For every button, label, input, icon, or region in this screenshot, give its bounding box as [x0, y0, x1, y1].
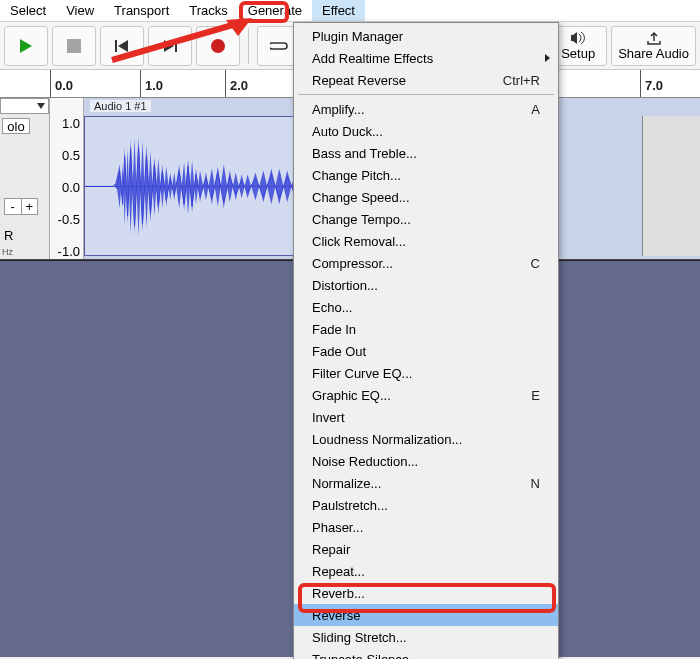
menu-effect-filter-curve-eq[interactable]: Filter Curve EQ...: [294, 362, 558, 384]
empty-track-area[interactable]: [642, 116, 700, 256]
ruler-tick: 7.0: [645, 78, 663, 93]
hz-label: Hz: [2, 247, 13, 257]
stop-icon: [67, 39, 81, 53]
menu-effect-loudness-normalization[interactable]: Loudness Normalization...: [294, 428, 558, 450]
vscale-tick: 0.0: [52, 180, 80, 195]
menu-effect-fade-in[interactable]: Fade In: [294, 318, 558, 340]
menu-effect-click-removal[interactable]: Click Removal...: [294, 230, 558, 252]
menu-effect-paulstretch[interactable]: Paulstretch...: [294, 494, 558, 516]
shortcut-label: N: [531, 476, 540, 491]
share-audio-button[interactable]: Share Audio: [611, 26, 696, 66]
menu-effect-change-speed[interactable]: Change Speed...: [294, 186, 558, 208]
clip-title[interactable]: Audio 1 #1: [90, 100, 151, 112]
ruler-tick: 0.0: [55, 78, 73, 93]
menu-effect-auto-duck[interactable]: Auto Duck...: [294, 120, 558, 142]
ruler-tick: 2.0: [230, 78, 248, 93]
menu-add-realtime-effects[interactable]: Add Realtime Effects: [294, 47, 558, 69]
menu-plugin-manager[interactable]: Plugin Manager: [294, 25, 558, 47]
menu-effect-repeat[interactable]: Repeat...: [294, 560, 558, 582]
menu-effect-reverb[interactable]: Reverb...: [294, 582, 558, 604]
vscale-tick: -1.0: [52, 244, 80, 259]
track-collapse[interactable]: -: [5, 199, 22, 214]
play-button[interactable]: [4, 26, 48, 66]
menu-effect-amplify[interactable]: Amplify...A: [294, 98, 558, 120]
share-icon: [646, 31, 662, 45]
submenu-arrow-icon: [545, 54, 550, 62]
menu-effect-truncate-silence[interactable]: Truncate Silence...: [294, 648, 558, 659]
chevron-down-icon: [37, 103, 45, 109]
menu-effect-invert[interactable]: Invert: [294, 406, 558, 428]
loop-icon: [270, 39, 288, 53]
menu-effect-reverse[interactable]: Reverse: [294, 604, 558, 626]
shortcut-label: E: [531, 388, 540, 403]
shortcut-label: Ctrl+R: [503, 73, 540, 88]
svg-rect-1: [67, 39, 81, 53]
menu-effect-repair[interactable]: Repair: [294, 538, 558, 560]
svg-line-8: [112, 24, 236, 60]
vertical-scale[interactable]: 1.0 0.5 0.0 -0.5 -1.0: [50, 98, 84, 259]
menu-effect-echo[interactable]: Echo...: [294, 296, 558, 318]
menu-effect-fade-out[interactable]: Fade Out: [294, 340, 558, 362]
ruler-tick: 1.0: [145, 78, 163, 93]
menu-effect-bass-and-treble[interactable]: Bass and Treble...: [294, 142, 558, 164]
menu-effect-compressor[interactable]: Compressor...C: [294, 252, 558, 274]
menu-select[interactable]: Select: [0, 0, 56, 21]
svg-marker-0: [20, 39, 32, 53]
track-expand[interactable]: +: [22, 199, 38, 214]
menu-effect-normalize[interactable]: Normalize...N: [294, 472, 558, 494]
solo-button[interactable]: olo: [2, 118, 30, 134]
annotation-arrow-icon: [104, 18, 264, 66]
audio-clip[interactable]: [84, 116, 316, 256]
menu-effect[interactable]: Effect: [312, 0, 365, 21]
waveform-icon: [85, 117, 315, 256]
channel-indicator: R: [4, 228, 13, 243]
vscale-tick: 0.5: [52, 148, 80, 163]
setup-icon: [570, 31, 586, 45]
svg-marker-7: [37, 103, 45, 109]
vscale-tick: -0.5: [52, 212, 80, 227]
shortcut-label: C: [531, 256, 540, 271]
track-control-panel[interactable]: olo - + R Hz: [0, 98, 50, 259]
menu-separator: [298, 94, 554, 95]
vscale-tick: 1.0: [52, 116, 80, 131]
setup-label: Setup: [561, 46, 595, 61]
track-dropdown[interactable]: [0, 98, 49, 114]
track-pm[interactable]: - +: [4, 198, 38, 215]
menu-effect-change-tempo[interactable]: Change Tempo...: [294, 208, 558, 230]
menu-effect-change-pitch[interactable]: Change Pitch...: [294, 164, 558, 186]
stop-button[interactable]: [52, 26, 96, 66]
menu-effect-distortion[interactable]: Distortion...: [294, 274, 558, 296]
shortcut-label: A: [531, 102, 540, 117]
menu-effect-graphic-eq[interactable]: Graphic EQ...E: [294, 384, 558, 406]
menu-effect-sliding-stretch[interactable]: Sliding Stretch...: [294, 626, 558, 648]
menu-view[interactable]: View: [56, 0, 104, 21]
share-label: Share Audio: [618, 46, 689, 61]
menu-repeat-last[interactable]: Repeat ReverseCtrl+R: [294, 69, 558, 91]
menu-effect-phaser[interactable]: Phaser...: [294, 516, 558, 538]
play-icon: [18, 38, 34, 54]
effect-menu-dropdown: Plugin Manager Add Realtime Effects Repe…: [293, 22, 559, 659]
menu-effect-noise-reduction[interactable]: Noise Reduction...: [294, 450, 558, 472]
